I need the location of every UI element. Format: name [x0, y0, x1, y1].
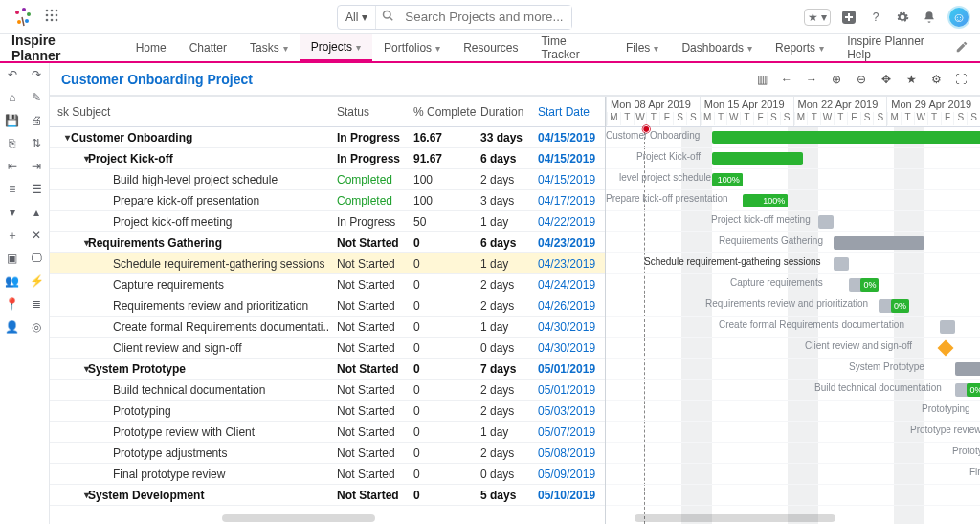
favorites-menu[interactable]: ★ ▾ — [804, 9, 831, 26]
nav-tab-projects[interactable]: Projects▾ — [300, 34, 372, 61]
gantt-bar[interactable] — [712, 131, 980, 144]
col-date[interactable]: Start Date — [538, 105, 605, 119]
task-row[interactable]: ▾Customer OnboardingIn Progress16.6733 d… — [50, 127, 605, 148]
arrow-right-icon[interactable]: → — [804, 73, 819, 86]
arrow-left-icon[interactable]: ← — [779, 73, 794, 86]
expand-caret-icon[interactable]: ▾ — [57, 237, 84, 248]
nav-tab-inspire-planner-help[interactable]: Inspire Planner Help — [835, 34, 955, 61]
search-input[interactable] — [399, 6, 571, 29]
gantt-bar[interactable]: 100% — [712, 173, 743, 186]
task-status: In Progress — [337, 131, 413, 144]
grid-scrollbar[interactable] — [222, 514, 375, 522]
target-icon[interactable]: ◎ — [25, 316, 50, 338]
task-row[interactable]: Create formal Requirements documentati..… — [50, 317, 605, 338]
outdent-icon[interactable]: ⇤ — [0, 155, 25, 178]
task-row[interactable]: PrototypingNot Started02 days05/03/2019 — [50, 401, 605, 422]
nav-tab-tasks[interactable]: Tasks▾ — [238, 34, 300, 61]
nav-tab-home[interactable]: Home — [124, 34, 178, 61]
col-dur[interactable]: Duration — [480, 105, 538, 119]
remove-icon[interactable]: ✕ — [25, 224, 50, 247]
app-launcher-icon[interactable] — [42, 6, 61, 28]
nav-tab-chatter[interactable]: Chatter — [178, 34, 238, 61]
edit-icon[interactable]: ✎ — [25, 86, 50, 109]
redo-icon[interactable]: ↷ — [25, 63, 50, 86]
gantt-bar[interactable]: 0% — [849, 278, 880, 292]
expand-caret-icon[interactable]: ▾ — [57, 363, 84, 374]
task-row[interactable]: Final prototype reviewNot Started00 days… — [50, 464, 605, 485]
gantt-bar[interactable] — [818, 215, 834, 229]
col-pct[interactable]: % Complete — [413, 105, 480, 119]
task-row[interactable]: Capture requirementsNot Started02 days04… — [50, 274, 605, 295]
gear-icon[interactable]: ⚙ — [928, 73, 944, 86]
home-icon[interactable]: ⌂ — [0, 86, 25, 109]
task-row[interactable]: ▾Project Kick-offIn Progress91.676 days0… — [50, 148, 605, 169]
indent-icon[interactable]: ⇥ — [25, 155, 50, 178]
milestone-icon[interactable] — [937, 340, 953, 357]
task-row[interactable]: Requirements review and prioritizationNo… — [50, 295, 605, 317]
search-scope-dropdown[interactable]: All ▾ — [338, 6, 376, 29]
box-icon[interactable]: ▣ — [0, 247, 25, 270]
help-icon[interactable]: ? — [867, 9, 884, 26]
avatar[interactable]: ☺ — [947, 6, 970, 29]
fullscreen-icon[interactable]: ⛶ — [953, 73, 969, 86]
zoom-out-icon[interactable]: ⊖ — [854, 73, 869, 86]
zoom-in-icon[interactable]: ⊕ — [829, 73, 844, 86]
pin-icon[interactable]: 📍 — [0, 293, 25, 316]
task-row[interactable]: Schedule requirement-gathering sessionsN… — [50, 253, 605, 274]
person-icon[interactable]: 👤 — [0, 316, 25, 338]
gantt-bar[interactable]: 100% — [743, 194, 789, 207]
gantt-bar[interactable] — [940, 320, 955, 334]
task-row[interactable]: ▾System DevelopmentNot Started05 days05/… — [50, 485, 605, 506]
screen-icon[interactable]: 🖵 — [25, 247, 50, 270]
task-row[interactable]: Client review and sign-offNot Started00 … — [50, 338, 605, 359]
expand-caret-icon[interactable]: ▾ — [57, 153, 84, 164]
gear-icon[interactable] — [894, 9, 911, 26]
collapse-icon[interactable]: ▴ — [25, 201, 50, 224]
bolt-icon[interactable]: ⚡ — [25, 270, 50, 293]
task-row[interactable]: Build technical documentationNot Started… — [50, 380, 605, 401]
checklist-icon[interactable]: ☰ — [25, 178, 50, 201]
gantt-scrollbar[interactable] — [635, 514, 835, 522]
list-icon[interactable]: ≡ — [0, 178, 25, 201]
task-row[interactable]: Build high-level project scheduleComplet… — [50, 169, 605, 190]
save-icon[interactable]: 💾 — [0, 109, 25, 132]
col-subject[interactable]: sk Subject — [50, 105, 337, 119]
star-icon[interactable]: ★ — [903, 73, 919, 86]
gantt-bar[interactable] — [955, 362, 980, 376]
col-status[interactable]: Status — [337, 105, 413, 119]
nav-tab-time-tracker[interactable]: Time Tracker — [529, 34, 614, 61]
sort-icon[interactable]: ⇅ — [25, 132, 50, 155]
nav-tab-portfolios[interactable]: Portfolios▾ — [372, 34, 452, 61]
task-row[interactable]: Prototype adjustmentsNot Started02 days0… — [50, 443, 605, 464]
gantt-bar[interactable]: 0% — [955, 383, 980, 397]
gantt-bar[interactable]: 0% — [879, 299, 909, 313]
bell-icon[interactable] — [921, 9, 938, 26]
nav-tab-dashboards[interactable]: Dashboards▾ — [670, 34, 764, 61]
nav-tab-files[interactable]: Files▾ — [614, 34, 670, 61]
main: Customer Onboarding Project ▥ ← → ⊕ ⊖ ✥ … — [50, 63, 980, 524]
task-row[interactable]: ▾System PrototypeNot Started07 days05/01… — [50, 359, 605, 380]
print-icon[interactable]: 🖨 — [25, 109, 50, 132]
task-row[interactable]: Project kick-off meetingIn Progress501 d… — [50, 211, 605, 232]
export-icon[interactable]: ⎘ — [0, 132, 25, 155]
expand-caret-icon[interactable]: ▾ — [57, 132, 67, 142]
rows-icon[interactable]: ≣ — [25, 293, 50, 316]
move-icon[interactable]: ✥ — [879, 73, 894, 86]
task-row[interactable]: Prepare kick-off presentationCompleted10… — [50, 190, 605, 211]
undo-icon[interactable]: ↶ — [0, 63, 25, 86]
expand-icon[interactable]: ▾ — [0, 201, 25, 224]
task-pct: 0 — [413, 299, 480, 313]
gantt-bar[interactable] — [712, 152, 803, 165]
edit-nav-icon[interactable] — [955, 40, 969, 56]
gantt-bar[interactable] — [834, 236, 924, 250]
task-row[interactable]: ▾Requirements GatheringNot Started06 day… — [50, 232, 605, 253]
columns-icon[interactable]: ▥ — [754, 73, 769, 86]
nav-tab-reports[interactable]: Reports▾ — [764, 34, 835, 61]
nav-tab-resources[interactable]: Resources — [452, 34, 529, 61]
add-icon[interactable] — [840, 9, 858, 26]
users-icon[interactable]: 👥 — [0, 270, 25, 293]
gantt-bar[interactable] — [834, 257, 849, 271]
add-icon[interactable]: ＋ — [0, 224, 25, 247]
expand-caret-icon[interactable]: ▾ — [57, 490, 84, 500]
task-row[interactable]: Prototype review with ClientNot Started0… — [50, 422, 605, 443]
